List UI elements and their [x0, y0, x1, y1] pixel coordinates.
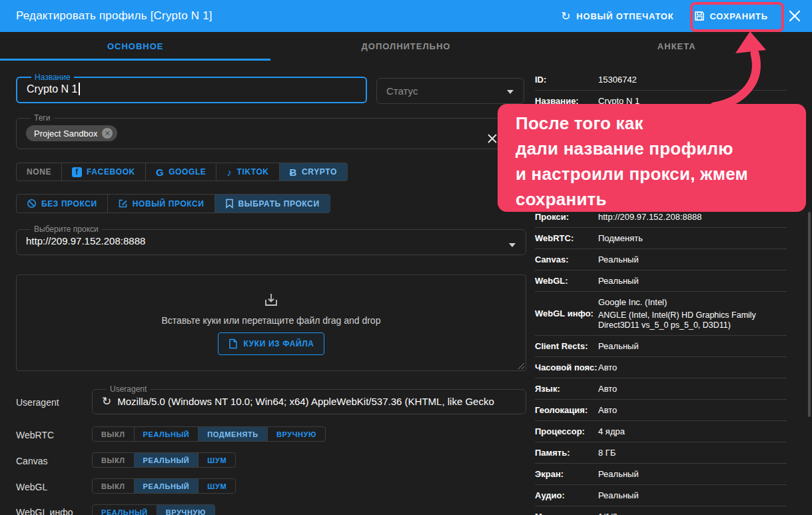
- useragent-value: Mozilla/5.0 (Windows NT 10.0; Win64; x64…: [117, 396, 494, 407]
- download-icon: [262, 291, 280, 308]
- platform-google[interactable]: G GOOGLE: [145, 163, 217, 181]
- tag-remove-icon[interactable]: ✕: [102, 128, 113, 139]
- sync-icon: ↻: [561, 11, 571, 22]
- tab-questionnaire[interactable]: АНКЕТА: [542, 32, 812, 61]
- close-icon[interactable]: [788, 9, 801, 23]
- dialog-title: Редактировать профиль [Crypto N 1]: [16, 9, 212, 23]
- tab-main[interactable]: ОСНОВНОЕ: [0, 32, 270, 61]
- facebook-icon: f: [72, 167, 82, 177]
- summary-row-canvas: Canvas:Реальный: [535, 249, 787, 270]
- summary-row-webrtc: WebRTC:Подменять: [535, 228, 787, 249]
- cookies-hint: Вставьте куки или перетащите файл drag a…: [162, 315, 381, 326]
- summary-row-audio: Аудио:Реальный: [535, 485, 787, 506]
- tab-bar: ОСНОВНОЕ ДОПОЛНИТЕЛЬНО АНКЕТА: [0, 32, 812, 61]
- summary-row-client-rects: Client Rects:Реальный: [535, 336, 787, 357]
- platform-selector: NONE f FACEBOOK G GOOGLE ♪ TIKTOK Ƀ CRYP…: [16, 163, 348, 181]
- webgl-selector: ВЫКЛ РЕАЛЬНЫЙ ШУМ: [92, 478, 236, 494]
- platform-facebook[interactable]: f FACEBOOK: [61, 163, 146, 181]
- useragent-row-label: Useragent: [16, 397, 59, 408]
- webgl-noise[interactable]: ШУМ: [198, 478, 236, 494]
- edit-profile-dialog: Редактировать профиль [Crypto N 1] ↻ НОВ…: [0, 0, 812, 515]
- save-button[interactable]: СОХРАНИТЬ: [694, 11, 769, 21]
- profile-name-label: Название: [31, 73, 74, 82]
- tags-field[interactable]: Теги Project Sandbox ✕: [16, 113, 526, 149]
- summary-row-media: Медиа:1/1/2: [535, 506, 787, 515]
- tab-additional[interactable]: ДОПОЛНИТЕЛЬНО: [270, 32, 541, 61]
- platform-none[interactable]: NONE: [16, 163, 62, 181]
- cookies-from-file-label: КУКИ ИЗ ФАЙЛА: [244, 339, 314, 348]
- webgl-off[interactable]: ВЫКЛ: [92, 478, 135, 494]
- bookmark-icon: [225, 199, 234, 209]
- status-placeholder: Статус: [386, 85, 418, 97]
- proxy-mode-selector: БЕЗ ПРОКСИ НОВЫЙ ПРОКСИ ВЫБРАТЬ ПРОКСИ: [16, 194, 330, 213]
- annotation-text: После того как дали название профилю и н…: [516, 111, 793, 212]
- tags-label: Теги: [31, 113, 53, 123]
- platform-crypto[interactable]: Ƀ CRYPTO: [279, 163, 348, 181]
- platform-tiktok[interactable]: ♪ TIKTOK: [216, 163, 279, 181]
- summary-row-screen: Экран:Реальный: [535, 464, 787, 485]
- summary-row-geolocation: Геолокация:Авто: [535, 400, 787, 421]
- canvas-off[interactable]: ВЫКЛ: [92, 452, 135, 468]
- dialog-header: Редактировать профиль [Crypto N 1] ↻ НОВ…: [0, 0, 812, 32]
- useragent-field-label: Useragent: [107, 384, 150, 394]
- cookies-dropzone[interactable]: Вставьте куки или перетащите файл drag a…: [16, 274, 526, 371]
- refresh-useragent-icon[interactable]: ↻: [102, 394, 111, 408]
- save-label: СОХРАНИТЬ: [710, 11, 769, 21]
- canvas-row-label: Canvas: [16, 456, 47, 466]
- webgl-real[interactable]: РЕАЛЬНЫЙ: [134, 478, 199, 494]
- chevron-down-icon: [507, 90, 514, 94]
- tag-chip: Project Sandbox ✕: [26, 125, 117, 141]
- webgl-info-real[interactable]: РЕАЛЬНЫЙ: [92, 504, 157, 515]
- save-icon: [694, 11, 705, 21]
- header-actions: ↻ НОВЫЙ ОТПЕЧАТОК СОХРАНИТЬ: [561, 9, 801, 23]
- new-fingerprint-label: НОВЫЙ ОТПЕЧАТОК: [576, 11, 673, 21]
- useragent-field[interactable]: Useragent ↻ Mozilla/5.0 (Windows NT 10.0…: [92, 384, 526, 414]
- new-fingerprint-button[interactable]: ↻ НОВЫЙ ОТПЕЧАТОК: [561, 11, 673, 22]
- webgl-row-label: WebGL: [16, 482, 47, 492]
- chevron-down-icon: [509, 243, 516, 247]
- profile-name-value: Crypto N 1: [27, 83, 356, 95]
- webgl-info-selector: РЕАЛЬНЫЙ ВРУЧНУЮ: [92, 504, 215, 515]
- proxy-select-label: Выберите прокси: [31, 225, 102, 234]
- tiktok-icon: ♪: [226, 167, 232, 178]
- canvas-noise[interactable]: ШУМ: [198, 452, 236, 468]
- webrtc-row-label: WebRTC: [16, 430, 54, 440]
- new-proxy-button[interactable]: НОВЫЙ ПРОКСИ: [107, 194, 215, 213]
- annotation-callout: После того как дали название профилю и н…: [498, 104, 806, 212]
- summary-row-memory: Память:8 ГБ: [535, 442, 787, 464]
- summary-row-id: ID:15306742: [535, 69, 787, 91]
- select-proxy-button[interactable]: ВЫБРАТЬ ПРОКСИ: [214, 194, 330, 213]
- webgl-info-row-label: WebGL инфо: [16, 507, 73, 515]
- summary-row-timezone: Часовой пояс:Авто: [535, 357, 787, 378]
- canvas-real[interactable]: РЕАЛЬНЫЙ: [134, 452, 199, 468]
- no-proxy-button[interactable]: БЕЗ ПРОКСИ: [16, 194, 108, 213]
- text-cursor: [79, 83, 80, 95]
- webgl-info-manual[interactable]: ВРУЧНУЮ: [157, 504, 215, 515]
- file-icon: [228, 338, 238, 349]
- webrtc-substitute[interactable]: ПОДМЕНЯТЬ: [198, 426, 268, 442]
- summary-row-language: Язык:Авто: [535, 378, 787, 400]
- webrtc-real[interactable]: РЕАЛЬНЫЙ: [134, 426, 199, 442]
- summary-row-cpu: Процессор:4 ядра: [535, 421, 787, 442]
- canvas-selector: ВЫКЛ РЕАЛЬНЫЙ ШУМ: [92, 452, 236, 468]
- summary-row-webgl: WebGL:Реальный: [535, 270, 787, 292]
- bitcoin-icon: Ƀ: [290, 167, 297, 178]
- proxy-select-value: http://209.97.152.208:8888: [26, 235, 516, 247]
- edit-icon: [118, 199, 128, 209]
- proxy-select-field[interactable]: Выберите прокси http://209.97.152.208:88…: [16, 225, 526, 255]
- webrtc-selector: ВЫКЛ РЕАЛЬНЫЙ ПОДМЕНЯТЬ ВРУЧНУЮ: [92, 426, 326, 442]
- block-icon: [27, 199, 37, 209]
- profile-name-field[interactable]: Название Crypto N 1: [16, 73, 367, 103]
- status-select[interactable]: Статус: [376, 78, 524, 104]
- webrtc-manual[interactable]: ВРУЧНУЮ: [267, 426, 326, 442]
- google-icon: G: [156, 167, 164, 178]
- webrtc-off[interactable]: ВЫКЛ: [92, 426, 135, 442]
- tags-clear-icon[interactable]: [487, 133, 498, 144]
- summary-row-webgl-info: WebGL инфо: Google Inc. (Intel) ANGLE (I…: [535, 292, 787, 336]
- tag-chip-label: Project Sandbox: [34, 129, 97, 139]
- cookies-from-file-button[interactable]: КУКИ ИЗ ФАЙЛА: [218, 332, 325, 355]
